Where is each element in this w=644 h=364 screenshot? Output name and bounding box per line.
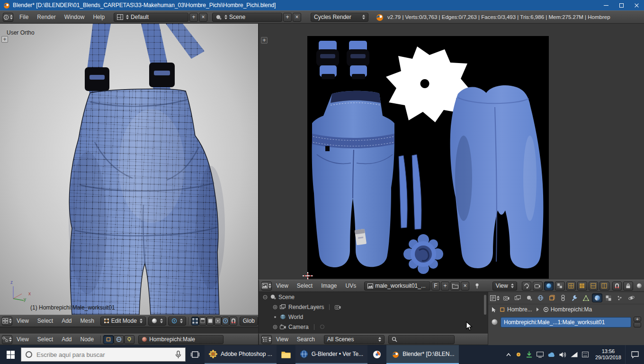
face-select-button[interactable] [206,317,214,326]
taskbar-search[interactable] [21,347,186,362]
viewport-3d[interactable]: User Ortho + z y x (1) Hombrepichi:Male_… [0,24,258,315]
close-button[interactable] [629,0,644,10]
edge-select-button[interactable] [199,317,206,326]
lock-button[interactable] [623,282,633,291]
display-channels-alpha-button[interactable] [555,282,564,291]
minimize-button[interactable] [599,0,614,10]
pivot-point-selector[interactable] [168,317,186,326]
uv-toolbar-expand-button[interactable]: + [261,37,268,44]
datablock-extra-button[interactable] [634,322,641,328]
uv-menu-uvs[interactable]: UVs [341,280,361,291]
tile-button-2[interactable] [577,282,587,291]
tab-modifiers[interactable] [569,293,580,302]
pin-image-button[interactable] [472,282,482,291]
toolbar-expand-button[interactable]: + [1,36,8,43]
restrict-icon[interactable] [320,324,325,329]
properties-editor[interactable]: Hombre... Hombrepichi:Ma Hombrepichi:Mal… [488,292,644,345]
tile-button-4[interactable] [599,282,609,291]
tab-texture[interactable] [603,293,614,302]
outliner-row-scene[interactable]: Scene [259,292,488,302]
tab-particles[interactable] [615,293,625,302]
tile-button-3[interactable] [589,282,598,291]
tab-physics[interactable] [626,293,636,302]
task-view-button[interactable] [186,345,205,364]
node-menu-view[interactable]: View [12,334,33,345]
tray-download-icon[interactable] [526,351,532,358]
tray-sun-icon[interactable] [515,351,522,358]
shader-type-lamp-button[interactable] [124,335,134,344]
render-visibility-icon[interactable] [335,304,341,309]
outliner-scrollbar[interactable] [484,295,486,315]
menu-file[interactable]: File [15,11,33,23]
material-datablock-field[interactable]: Hombrepichi:Male [138,335,224,344]
shader-type-world-button[interactable] [114,335,124,344]
v3d-menu-add[interactable]: Add [57,315,76,327]
transform-orientation-selector[interactable]: Glob [240,317,258,326]
uv-menu-image[interactable]: Image [317,280,341,291]
scopes-button[interactable] [635,282,644,291]
image-datablock-field[interactable]: male_worksuit01_... [364,282,430,291]
outliner-menu-view[interactable]: View [272,334,293,345]
render-engine-selector[interactable]: Cycles Render [311,13,368,22]
tab-render-layers[interactable] [512,293,523,302]
tab-render[interactable] [501,293,511,302]
add-scene-button[interactable]: + [283,13,292,22]
render-slot-button[interactable] [533,282,542,291]
menu-help[interactable]: Help [89,11,109,23]
v3d-menu-view[interactable]: View [12,315,33,327]
microphone-icon[interactable] [175,351,181,359]
scene-field[interactable]: Scene [212,13,282,22]
image-editor-mode-selector[interactable]: View [492,282,517,291]
repeat-image-button[interactable] [522,282,531,291]
v3d-menu-select[interactable]: Select [33,315,57,327]
tab-object[interactable] [546,293,557,302]
outliner-row-renderlayers[interactable]: RenderLayers [259,302,488,312]
editor-type-selector[interactable] [3,13,13,22]
taskbar-search-input[interactable] [36,351,171,358]
fake-user-button[interactable]: F [431,282,440,291]
new-image-button[interactable]: + [441,282,449,291]
viewport-shading-selector[interactable] [148,317,166,326]
editor-type-outliner[interactable] [261,335,272,344]
tab-constraints[interactable] [558,293,568,302]
vertex-select-button[interactable] [191,317,199,326]
tab-world[interactable] [535,293,546,302]
tab-data[interactable] [581,293,591,302]
proportional-edit-button[interactable] [222,317,229,326]
tray-display-icon[interactable] [537,352,544,358]
pointer-icon[interactable] [491,307,497,313]
node-menu-add[interactable]: Add [57,334,76,345]
outliner-row-camera[interactable]: Camera [259,322,488,332]
node-menu-node[interactable]: Node [76,334,98,345]
open-image-button[interactable] [450,282,460,291]
taskbar-file-explorer[interactable] [277,345,295,364]
editor-type-3dview[interactable] [2,317,12,326]
add-layout-button[interactable]: + [189,13,198,22]
outliner[interactable]: Scene RenderLayers World Camera [258,292,488,334]
shader-type-object-button[interactable] [103,335,114,344]
taskbar-app-photoshop[interactable]: Adobe Photoshop ... [205,345,277,364]
taskbar-app-browser-gblender[interactable]: G-Blender • Ver Te... [295,345,367,364]
tab-material[interactable] [592,293,602,302]
uv-menu-view[interactable]: View [272,280,293,291]
uv-image-editor[interactable]: + [258,24,644,280]
display-channels-color-button[interactable] [544,282,554,291]
delete-layout-button[interactable]: × [199,13,207,22]
tray-cloud-icon[interactable] [548,352,555,357]
add-datablock-button[interactable]: + [634,317,641,322]
tray-network-icon[interactable] [571,352,578,357]
breadcrumb-data[interactable]: Hombrepichi:Ma [543,306,592,313]
mode-selector[interactable]: Edit Mode [100,317,146,326]
outliner-search-field[interactable] [388,335,455,344]
outliner-menu-search[interactable]: Search [293,334,319,345]
editor-type-properties[interactable] [490,293,500,302]
unlink-image-button[interactable]: × [461,282,469,291]
taskbar-app-blender[interactable]: Blender* [D:\BLEN... [386,345,458,364]
menu-render[interactable]: Render [33,11,60,23]
uv-menu-select[interactable]: Select [293,280,317,291]
snap-button[interactable] [229,317,237,326]
tile-button-1[interactable] [566,282,576,291]
delete-scene-button[interactable]: × [293,13,301,22]
v3d-menu-mesh[interactable]: Mesh [76,315,98,327]
taskbar-clock[interactable]: 13:56 29/10/2018 [591,348,625,361]
